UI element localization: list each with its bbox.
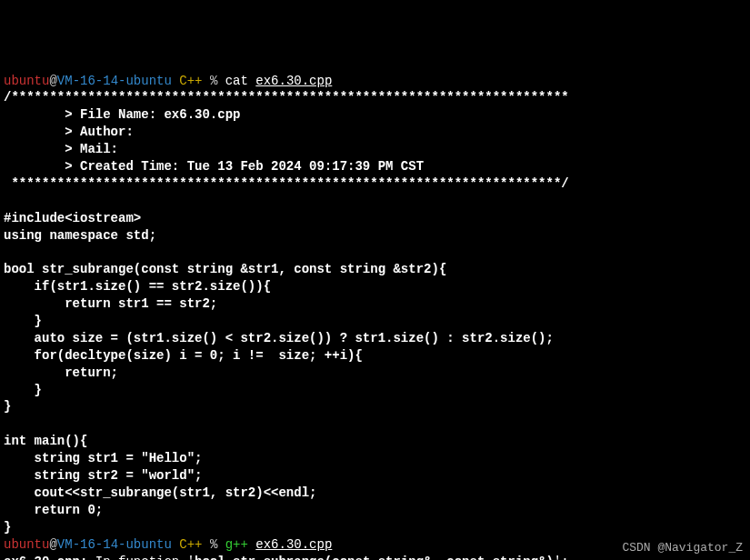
prompt-line-1: ubuntu@VM-16-14-ubuntu C++ % cat ex6.30.…	[4, 74, 332, 88]
prompt-pct: %	[210, 74, 225, 88]
code-line: > Created Time: Tue 13 Feb 2024 09:17:39…	[4, 159, 424, 174]
watermark: CSDN @Navigator_Z	[622, 540, 743, 556]
code-line: string str1 = "Hello";	[4, 451, 202, 465]
prompt-dir: C++	[172, 537, 210, 552]
code-line: ****************************************…	[4, 176, 569, 191]
code-line: /***************************************…	[4, 90, 569, 105]
compile-text: ':	[554, 555, 569, 561]
prompt-dir: C++	[172, 74, 210, 88]
code-line: return str1 == str2;	[4, 296, 217, 311]
compile-text: In function '	[87, 555, 195, 561]
code-line: if(str1.size() == str2.size()){	[4, 279, 271, 294]
code-line: for(decltype(size) i = 0; i != size; ++i…	[4, 348, 363, 363]
prompt-host: VM-16-14-ubuntu	[57, 74, 172, 88]
prompt-at: @	[49, 74, 56, 88]
cmd-cat[interactable]: cat	[225, 74, 256, 88]
compile-loc: ex6.30.cpp:	[4, 555, 87, 561]
code-line: auto size = (str1.size() < str2.size()) …	[4, 331, 554, 345]
code-line: }	[4, 520, 11, 535]
code-line: cout<<str_subrange(str1, str2)<<endl;	[4, 485, 316, 500]
code-line: }	[4, 383, 42, 397]
compile-func: bool str_subrange(const string&, const s…	[195, 555, 554, 561]
code-line: using namespace std;	[4, 228, 156, 243]
compile-line-1: ex6.30.cpp: In function 'bool str_subran…	[4, 555, 569, 561]
code-line: return 0;	[4, 503, 103, 517]
prompt-line-2: ubuntu@VM-16-14-ubuntu C++ % g++ ex6.30.…	[4, 537, 332, 552]
code-line: > File Name: ex6.30.cpp	[4, 107, 240, 122]
cmd-gpp[interactable]: g++	[225, 537, 256, 552]
cmd-file-1[interactable]: ex6.30.cpp	[255, 74, 332, 88]
prompt-user: ubuntu	[4, 74, 49, 88]
code-line: bool str_subrange(const string &str1, co…	[4, 262, 446, 276]
prompt-pct: %	[210, 537, 225, 552]
prompt-at: @	[49, 537, 56, 552]
code-line: #include<iostream>	[4, 211, 141, 225]
code-line: > Mail:	[4, 142, 118, 156]
cmd-file-2[interactable]: ex6.30.cpp	[255, 537, 332, 552]
code-line: int main(){	[4, 434, 87, 448]
code-line: string str2 = "world";	[4, 468, 202, 483]
prompt-host: VM-16-14-ubuntu	[57, 537, 172, 552]
code-line: }	[4, 314, 42, 328]
code-line: }	[4, 399, 11, 414]
prompt-user: ubuntu	[4, 537, 49, 552]
code-line: return;	[4, 365, 118, 380]
code-line: > Author:	[4, 125, 134, 139]
